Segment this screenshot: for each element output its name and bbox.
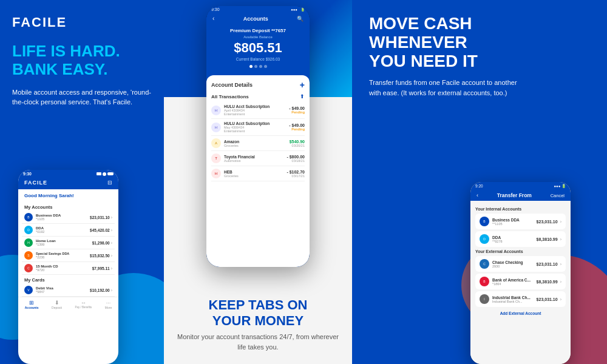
account-num: *0192 [36, 230, 90, 234]
account-item[interactable]: B Business DDA *1105 $23,031.10 › [22, 211, 115, 224]
tx-info: Amazon Groceries [224, 140, 290, 147]
dot-4 [264, 65, 267, 68]
pr-account-info: Business DDA **1105 [492, 218, 537, 226]
description: Mobile account access and responsive, 'r… [12, 87, 152, 107]
account-amount: $23,031.10 [90, 215, 110, 220]
tx-category: Entertainment [224, 129, 289, 133]
pr-account-icon-industrial: I [480, 294, 489, 304]
signal-icon [97, 172, 101, 175]
tx-status: Pending [289, 110, 305, 114]
chevron-right-icon: › [111, 215, 112, 220]
chevron-icon: › [560, 220, 561, 224]
middle-panel: 9:30 ●●● 🔋 ‹ Accounts 🔍 Premium Deposit … [164, 0, 352, 364]
tx-info: HULU Acct Subscription April 4309434 Ent… [224, 104, 289, 116]
account-num: *1399 [36, 243, 92, 246]
tx-name: HEB [224, 170, 287, 174]
pr-account-info: Chase Checking 2930 [492, 260, 537, 268]
tagline: LIFE IS HARD.BANK EASY. [12, 42, 152, 79]
transaction-item[interactable]: T Toyota Financial Automotive - $800.00 … [211, 151, 305, 166]
phone-right: 9:20 ●●● 🔋 ‹ Transfer From Cancel Your I… [470, 182, 571, 364]
left-panel: FACILE LIFE IS HARD.BANK EASY. Mobile ac… [0, 0, 164, 364]
search-icon[interactable]: 🔍 [297, 16, 304, 22]
nav-pay-label: Pay / Benefits [75, 306, 92, 309]
account-amount: $1,298.00 [92, 241, 110, 245]
tx-right: $540.90 03/20/21 [290, 140, 305, 147]
back-icon[interactable]: ‹ [212, 15, 214, 22]
account-item[interactable]: D DDA *0192 $45,420.02 › [22, 224, 115, 237]
pr-header-title: Transfer From [497, 192, 532, 198]
middle-title: KEEP TABS ONYOUR MONEY [176, 297, 340, 328]
pc-status-time: 9:30 [211, 7, 220, 12]
external-account-item[interactable]: B Bank of America C... *1864 $8,3810.99 … [475, 274, 566, 289]
add-external-button[interactable]: Add External Account [475, 309, 566, 318]
account-info: Home Loan *1399 [36, 239, 92, 246]
pr-account-icon-boa: B [480, 277, 489, 286]
transaction-item[interactable]: H HEB Groceries - $102.70 03/17/21 [211, 166, 305, 181]
more-nav-icon: ··· [106, 300, 111, 306]
account-num: *1105 [36, 217, 90, 221]
internal-account-item[interactable]: B Business DDA **1105 $23,031.10 › [475, 214, 566, 229]
pr-account-name: Chase Checking [492, 260, 537, 265]
tx-date: 03/20/21 [290, 144, 305, 147]
pr-account-name: Industrial Bank Ch... [492, 295, 537, 300]
pc-details-header: Account Details + [211, 80, 305, 90]
pr-account-amount: $8,3810.99 [537, 280, 558, 284]
account-info: Special Savings DDA *2236 [36, 252, 90, 259]
cancel-button[interactable]: Cancel [551, 193, 565, 198]
tx-category: Groceries [224, 174, 287, 178]
battery-icon [107, 172, 114, 175]
account-amount: $45,420.02 [90, 228, 110, 232]
pr-back-icon[interactable]: ‹ [476, 192, 478, 198]
pc-balance-amount: $805.51 [212, 40, 304, 56]
account-list: B Business DDA *1105 $23,031.10 › D DDA … [18, 211, 118, 275]
dot-2 [254, 65, 257, 68]
tx-info: HEB Groceries [224, 170, 287, 178]
transaction-item[interactable]: H HULU Acct Subscription April 4309434 E… [211, 102, 305, 119]
add-button[interactable]: + [300, 80, 305, 90]
pr-account-amount: $8,3810.99 [537, 237, 558, 241]
nav-pay[interactable]: ↔ Pay / Benefits [75, 300, 92, 309]
account-num: *2236 [36, 255, 90, 259]
status-bar-left: 9:30 [18, 170, 118, 176]
account-icon-home: H [24, 238, 33, 247]
pc-header: ‹ Accounts 🔍 [206, 13, 310, 24]
account-item[interactable]: S Special Savings DDA *2236 $15,832.50 › [22, 249, 115, 262]
account-item[interactable]: H Home Loan *1399 $1,298.00 › [22, 237, 115, 249]
pc-status-bar: 9:30 ●●● 🔋 [206, 6, 310, 13]
external-accounts-label: Your External Accounts [475, 249, 566, 254]
internal-accounts-label: Your Internal Accounts [475, 207, 566, 211]
card-item[interactable]: V Debit Visa *5847 $10,192.00 › [22, 284, 115, 297]
tx-amount: $540.90 [290, 140, 305, 144]
pr-account-sub: 2930 [492, 265, 537, 268]
cards-list: V Debit Visa *5847 $10,192.00 › [18, 284, 118, 297]
account-icon-cd: C [24, 264, 33, 272]
export-icon[interactable]: ⬆ [300, 93, 305, 99]
chevron-right-icon: › [111, 241, 112, 245]
external-account-item[interactable]: I Industrial Bank Ch... Industrial Bank … [475, 291, 566, 307]
right-panel: MOVE CASHWHENEVERYOU NEED IT Transfer fu… [352, 0, 607, 364]
nav-deposit-label: Deposit [52, 306, 62, 309]
nav-accounts-label: Accounts [25, 306, 39, 309]
transaction-item[interactable]: H HULU Acct Subscription May 4309434 Ent… [211, 119, 305, 136]
chevron-right-icon: › [111, 228, 112, 232]
nav-more[interactable]: ··· More [105, 300, 112, 309]
pr-account-amount: $23,031.10 [537, 262, 558, 266]
tx-amount: - $800.00 [287, 155, 305, 159]
card-amount: $10,192.00 [90, 288, 110, 292]
pr-account-info: Industrial Bank Ch... Industrial Bank Ch… [492, 295, 537, 303]
pc-status-icons: ●●● 🔋 [291, 7, 305, 12]
chevron-icon: › [560, 280, 561, 284]
nav-accounts[interactable]: ⊞ Accounts [25, 300, 39, 309]
pc-account-card: Premium Deposit **7657 Available Balance… [206, 24, 310, 75]
account-item[interactable]: C 15 Month CD *9720 $7,995.11 › [22, 262, 115, 275]
nav-deposit[interactable]: ⬇ Deposit [52, 300, 62, 309]
facile-logo: FACILE [12, 15, 152, 30]
internal-account-item[interactable]: D DDA **9278 $8,3810.99 › [475, 231, 566, 247]
external-account-item[interactable]: C Chase Checking 2930 $23,031.10 › [475, 256, 566, 272]
account-amount: $15,832.50 [90, 254, 110, 258]
pc-details-title: Account Details [211, 82, 253, 88]
greeting: Good Morning Sarah! [18, 189, 118, 202]
transaction-item[interactable]: A Amazon Groceries $540.90 03/20/21 [211, 136, 305, 151]
tx-right: - $49.00 Pending [289, 123, 305, 131]
chevron-icon: › [560, 237, 561, 241]
